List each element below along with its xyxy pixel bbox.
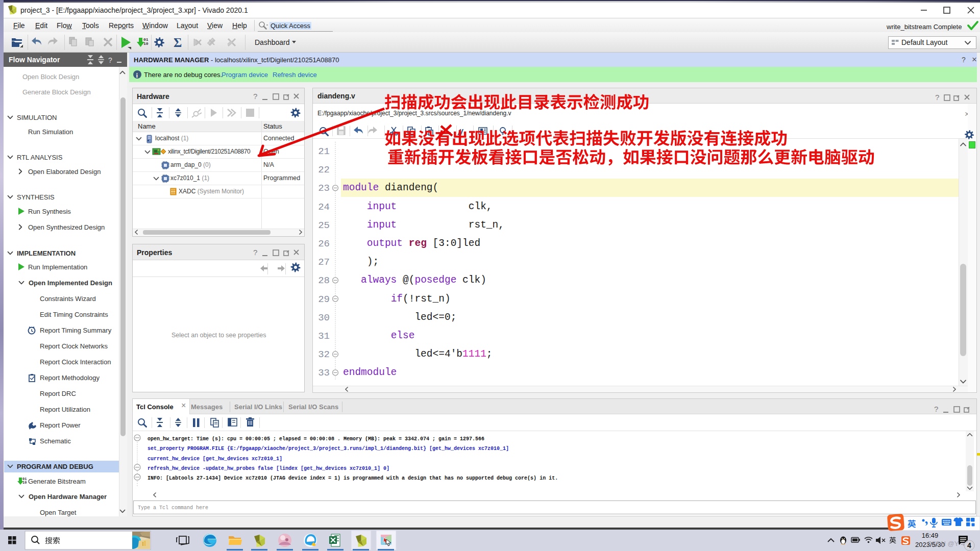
svg-text:?: ? xyxy=(934,405,938,413)
svg-text:Σ: Σ xyxy=(174,36,182,49)
svg-text:?: ? xyxy=(108,56,112,64)
svg-text:?: ? xyxy=(253,248,257,257)
svg-text:?: ? xyxy=(935,93,939,102)
svg-text:10: 10 xyxy=(22,481,27,485)
svg-text:16:49: 16:49 xyxy=(922,532,939,539)
svg-text:10: 10 xyxy=(143,41,149,46)
svg-text:4: 4 xyxy=(967,541,971,549)
svg-text:i: i xyxy=(136,71,138,79)
svg-text:?: ? xyxy=(253,92,257,101)
